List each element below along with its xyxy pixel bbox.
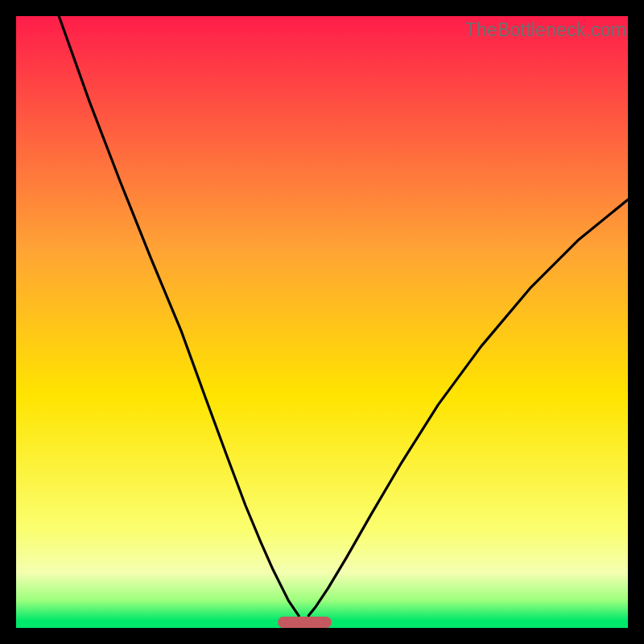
svg-rect-0 — [16, 16, 628, 628]
watermark-text: TheBottleneck.com — [465, 19, 626, 41]
bottleneck-marker — [278, 617, 332, 628]
background-gradient — [16, 16, 628, 628]
plot-frame — [16, 16, 628, 628]
